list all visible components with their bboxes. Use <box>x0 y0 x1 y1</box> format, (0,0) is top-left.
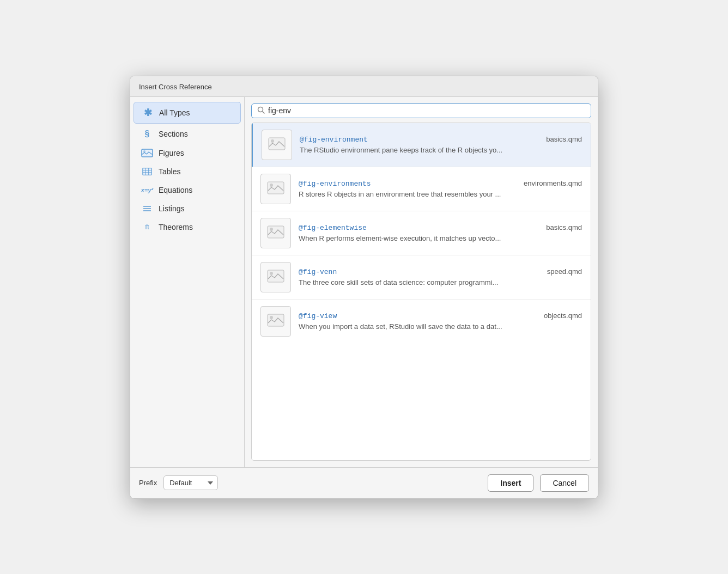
result-thumbnail <box>260 218 291 248</box>
dialog-title: Insert Cross Reference <box>130 76 598 97</box>
search-icon <box>257 106 265 115</box>
cancel-button[interactable]: Cancel <box>540 474 589 492</box>
search-input[interactable] <box>268 106 585 115</box>
sidebar-label-sections: Sections <box>159 130 188 138</box>
result-file: basics.qmd <box>546 135 582 143</box>
svg-point-13 <box>271 139 274 143</box>
sidebar: ✱ All Types § Sections <box>130 97 245 467</box>
search-bar <box>251 103 591 118</box>
figure-icon <box>141 149 153 157</box>
sidebar-label-equations: Equations <box>159 186 192 194</box>
result-info: @fig-environment basics.qmd The RStudio … <box>300 135 582 154</box>
sidebar-item-sections[interactable]: § Sections <box>134 125 241 143</box>
result-ref: @fig-environments <box>299 180 371 188</box>
result-thumbnail <box>260 174 291 204</box>
dialog-body: ✱ All Types § Sections <box>130 97 598 467</box>
result-desc: R stores R objects in an environment tre… <box>299 190 582 198</box>
sidebar-item-listings[interactable]: Listings <box>134 200 241 217</box>
svg-point-17 <box>270 228 273 231</box>
result-item[interactable]: @fig-venn speed.qmd The three core skill… <box>252 255 591 300</box>
result-item[interactable]: @fig-view objects.qmd When you import a … <box>252 300 591 343</box>
result-file: speed.qmd <box>547 267 582 276</box>
sidebar-label-all-types: All Types <box>159 108 190 117</box>
result-file: objects.qmd <box>544 312 582 320</box>
result-top: @fig-view objects.qmd <box>299 312 582 320</box>
result-desc: The three core skill sets of data scienc… <box>299 278 582 286</box>
result-info: @fig-view objects.qmd When you import a … <box>299 312 582 331</box>
result-item[interactable]: @fig-environments environments.qmd R sto… <box>252 167 591 211</box>
svg-line-11 <box>263 111 265 113</box>
listings-icon <box>141 205 153 212</box>
sidebar-label-theorems: Theorems <box>159 223 193 231</box>
result-info: @fig-venn speed.qmd The three core skill… <box>299 267 582 286</box>
prefix-select[interactable]: Default None Custom <box>163 475 218 490</box>
result-top: @fig-elementwise basics.qmd <box>299 223 582 232</box>
result-desc: When R performs element-wise execution, … <box>299 234 582 242</box>
content-area: @fig-environment basics.qmd The RStudio … <box>245 97 598 467</box>
sidebar-label-figures: Figures <box>159 149 184 157</box>
result-item[interactable]: @fig-environment basics.qmd The RStudio … <box>252 123 591 167</box>
result-thumbnail <box>260 262 291 292</box>
sidebar-item-all-types[interactable]: ✱ All Types <box>134 102 241 124</box>
asterisk-icon: ✱ <box>142 107 154 119</box>
result-desc: The RStudio environment pane keeps track… <box>300 146 582 154</box>
result-desc: When you import a data set, RStudio will… <box>299 322 582 331</box>
prefix-label: Prefix <box>139 479 157 487</box>
result-top: @fig-venn speed.qmd <box>299 267 582 276</box>
svg-rect-2 <box>143 168 151 175</box>
theorems-icon: π̄ <box>141 223 153 231</box>
sidebar-label-listings: Listings <box>159 204 184 213</box>
svg-point-21 <box>270 316 273 319</box>
sidebar-item-theorems[interactable]: π̄ Theorems <box>134 218 241 236</box>
result-top: @fig-environments environments.qmd <box>299 179 582 188</box>
result-thumbnail <box>262 130 292 160</box>
result-thumbnail <box>260 306 291 337</box>
results-list: @fig-environment basics.qmd The RStudio … <box>251 123 591 461</box>
result-ref: @fig-environment <box>300 136 368 144</box>
sidebar-item-figures[interactable]: Figures <box>134 144 241 162</box>
sidebar-item-tables[interactable]: Tables <box>134 163 241 180</box>
svg-point-19 <box>270 272 273 275</box>
table-icon <box>141 167 153 176</box>
result-ref: @fig-elementwise <box>299 224 367 232</box>
svg-point-15 <box>270 184 273 187</box>
result-info: @fig-environments environments.qmd R sto… <box>299 179 582 198</box>
sidebar-item-equations[interactable]: x=y² Equations <box>134 181 241 199</box>
result-ref: @fig-venn <box>299 268 337 276</box>
result-item[interactable]: @fig-elementwise basics.qmd When R perfo… <box>252 211 591 255</box>
result-top: @fig-environment basics.qmd <box>300 135 582 144</box>
section-icon: § <box>141 129 153 139</box>
result-file: environments.qmd <box>524 179 582 187</box>
result-ref: @fig-view <box>299 312 337 320</box>
sidebar-label-tables: Tables <box>159 167 180 176</box>
insert-button[interactable]: Insert <box>488 474 533 492</box>
result-info: @fig-elementwise basics.qmd When R perfo… <box>299 223 582 242</box>
equation-icon: x=y² <box>141 187 153 193</box>
svg-point-1 <box>143 150 145 152</box>
result-file: basics.qmd <box>546 223 582 231</box>
insert-cross-reference-dialog: Insert Cross Reference ✱ All Types § Sec… <box>130 76 598 499</box>
dialog-footer: Prefix Default None Custom Insert Cancel <box>130 467 598 498</box>
